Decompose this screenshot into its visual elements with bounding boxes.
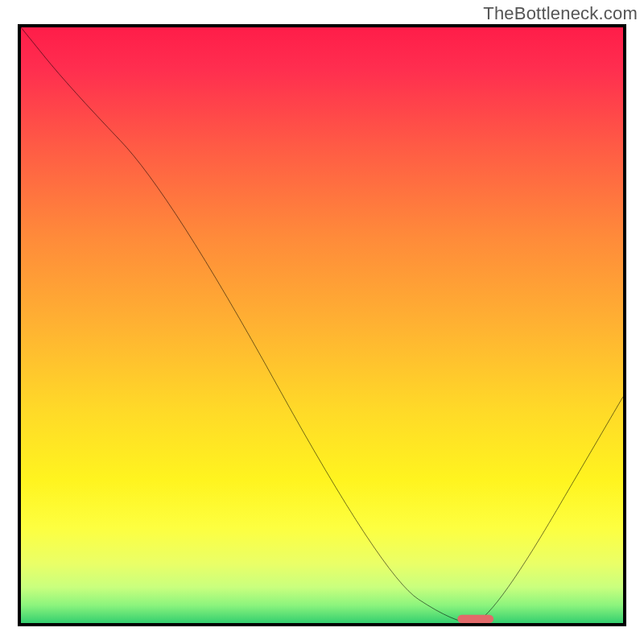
plot-frame <box>18 24 626 626</box>
watermark-text: TheBottleneck.com <box>483 3 638 24</box>
gradient-background <box>21 27 623 623</box>
chart-container: TheBottleneck.com <box>0 0 644 644</box>
plot-area <box>21 27 623 623</box>
svg-rect-0 <box>21 27 623 623</box>
